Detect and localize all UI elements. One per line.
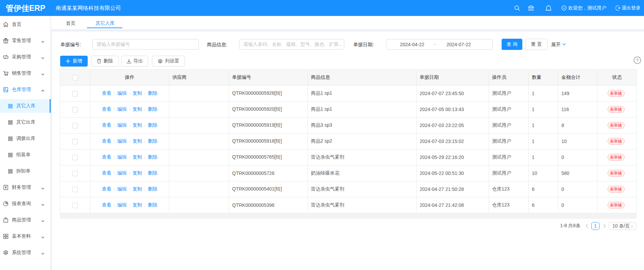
svg-text:?: ? xyxy=(636,58,639,63)
